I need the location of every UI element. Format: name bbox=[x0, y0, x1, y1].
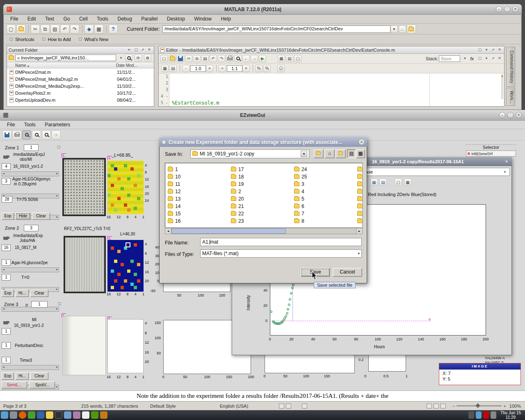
zoom-slider-thumb[interactable] bbox=[476, 403, 480, 408]
scroll-right-icon[interactable]: ► bbox=[356, 228, 362, 234]
folder-icon[interactable] bbox=[357, 212, 363, 216]
folder-item[interactable]: 2 bbox=[231, 188, 292, 195]
results-table-icon[interactable] bbox=[370, 178, 378, 186]
editor-undo-icon[interactable] bbox=[210, 55, 217, 62]
editor-copy-icon[interactable] bbox=[193, 55, 201, 62]
zone3-exp-button[interactable]: Exp bbox=[2, 372, 14, 380]
new-script-icon[interactable] bbox=[7, 25, 16, 34]
folder-item[interactable]: 20 bbox=[231, 195, 292, 203]
maximize-icon[interactable] bbox=[504, 6, 510, 12]
zone2-plate-count[interactable]: 16 bbox=[2, 244, 11, 251]
zone1-time-index[interactable]: 28 bbox=[2, 196, 12, 203]
menu-debug[interactable]: Debug bbox=[114, 15, 135, 23]
zone1-plate-count[interactable]: 4 bbox=[2, 163, 11, 170]
network-tray-icon[interactable] bbox=[476, 411, 482, 419]
zone1-exp-button[interactable]: Exp bbox=[2, 212, 14, 220]
guide-icon[interactable] bbox=[94, 25, 103, 34]
editor-insert-icon[interactable] bbox=[294, 55, 301, 62]
dialog-close-icon[interactable] bbox=[358, 139, 365, 145]
decrease-button[interactable]: - bbox=[182, 65, 189, 72]
create-new-folder-icon[interactable] bbox=[336, 149, 346, 158]
folder-item[interactable]: 15 bbox=[168, 210, 228, 217]
editor-restore-icon[interactable] bbox=[477, 47, 483, 52]
folder-column-partial[interactable] bbox=[357, 166, 363, 225]
overwrite-mode-icon[interactable] bbox=[279, 404, 284, 409]
selection-mode-icon[interactable] bbox=[286, 404, 291, 409]
menu-desktop[interactable]: Desktop bbox=[163, 15, 189, 23]
results-panel-icon[interactable] bbox=[395, 178, 402, 186]
image-panel-titlebar[interactable]: IMAGE bbox=[439, 363, 520, 370]
ezview-menu-file[interactable]: File bbox=[3, 121, 18, 129]
selector-item[interactable]: Infd(Gene/Orf bbox=[471, 152, 493, 156]
lint-indicator-bar[interactable] bbox=[501, 74, 503, 99]
increment-value-input[interactable]: 1.0 bbox=[190, 65, 206, 72]
editor-publish-icon[interactable] bbox=[286, 55, 293, 62]
whats-new-link[interactable]: What's New bbox=[84, 37, 108, 42]
zone2-scrollbar-3[interactable] bbox=[2, 307, 59, 312]
folder-item[interactable]: 12 bbox=[168, 188, 228, 195]
files-of-type-combo[interactable]: MAT-files (*.mat) bbox=[200, 249, 362, 258]
show-desktop-icon[interactable] bbox=[10, 411, 17, 419]
save-in-dropdown-icon[interactable] bbox=[301, 151, 307, 157]
save-in-combo[interactable]: MI 16_0919_yor1-2 copy bbox=[190, 149, 309, 158]
ezview-close-icon[interactable] bbox=[516, 112, 522, 118]
zone2-scrollbar-1[interactable] bbox=[2, 267, 59, 272]
heatmap-zone1[interactable] bbox=[107, 161, 144, 214]
start-menu-icon[interactable] bbox=[1, 411, 8, 419]
dialog-hscrollbar[interactable]: ◄ ► bbox=[165, 228, 363, 234]
browse-folder-button[interactable] bbox=[399, 25, 406, 33]
selector-radio[interactable]: R bbox=[468, 152, 470, 156]
menu-tools[interactable]: Tools bbox=[93, 15, 112, 23]
zone3-media-index[interactable]: 1 bbox=[2, 342, 11, 349]
editor-code-area[interactable]: 1234 -5 - %EstartConsole.m %[file,path] … bbox=[159, 73, 504, 106]
plate-image-zone1[interactable] bbox=[62, 158, 106, 216]
zone1-detach-icon[interactable] bbox=[56, 144, 62, 150]
folder-icon[interactable] bbox=[357, 167, 363, 171]
matlab-taskbar-icon[interactable] bbox=[100, 411, 107, 419]
terminal-icon[interactable] bbox=[55, 411, 62, 419]
folder-icon[interactable] bbox=[357, 175, 363, 179]
results-base-dropdown-icon[interactable] bbox=[502, 169, 508, 175]
editor-layout-dd-icon[interactable] bbox=[484, 56, 489, 61]
zone1-media-index[interactable]: 3 bbox=[2, 178, 11, 185]
editor-undock2-icon[interactable] bbox=[490, 56, 496, 61]
image-viewer-icon[interactable] bbox=[73, 411, 80, 419]
menu-help[interactable]: Help bbox=[217, 15, 235, 23]
column-name[interactable]: Name bbox=[15, 63, 26, 68]
media-player-icon[interactable] bbox=[91, 411, 98, 419]
file-row[interactable]: DMPexcel2mat_MediaDrug2exp...11/10/2... bbox=[7, 82, 154, 89]
ezview-menu-tools[interactable]: Tools bbox=[21, 121, 39, 129]
menu-parallel[interactable]: Parallel bbox=[137, 15, 161, 23]
folder-item[interactable]: 6 bbox=[294, 203, 355, 210]
editor-redo-icon[interactable] bbox=[218, 55, 225, 62]
package-manager-icon[interactable] bbox=[28, 411, 35, 419]
up-one-level-icon[interactable] bbox=[313, 149, 324, 158]
editor-layout-icon[interactable] bbox=[477, 56, 483, 61]
zone2-clear-button[interactable]: Clear bbox=[30, 290, 48, 297]
scroll-left-icon[interactable]: ◄ bbox=[165, 228, 171, 234]
folder-item[interactable]: 21 bbox=[231, 203, 292, 210]
minimize-icon[interactable] bbox=[496, 6, 502, 12]
details-view-icon[interactable] bbox=[356, 149, 365, 158]
page-indicator[interactable]: Page 3 of 3 bbox=[3, 404, 81, 409]
paste-icon[interactable] bbox=[50, 25, 59, 34]
plot-tool-l-icon[interactable]: L bbox=[62, 153, 66, 158]
text-editor-icon[interactable] bbox=[64, 411, 71, 419]
folder-item[interactable]: 25 bbox=[294, 173, 355, 180]
email-client-icon[interactable] bbox=[37, 411, 44, 419]
folder-item[interactable]: 22 bbox=[231, 210, 292, 217]
zone2-time-index[interactable]: 1 bbox=[2, 274, 11, 281]
path-dropdown-icon[interactable] bbox=[390, 25, 398, 33]
fx-button[interactable]: fx bbox=[470, 56, 474, 61]
menu-go[interactable]: Go bbox=[59, 15, 73, 23]
zone1-scrollbar-1[interactable] bbox=[2, 171, 59, 176]
plate-image-zone3[interactable] bbox=[62, 316, 106, 375]
ezview-minimize-icon[interactable] bbox=[499, 112, 505, 118]
edit-plot-icon-selected[interactable] bbox=[22, 130, 31, 139]
folder-item[interactable]: 8 bbox=[294, 217, 355, 225]
plate-image-zone2[interactable] bbox=[64, 236, 106, 293]
menu-text[interactable]: Text bbox=[41, 15, 58, 23]
zone3-plate-count[interactable]: 1 bbox=[2, 328, 11, 335]
folder-item[interactable]: 3 bbox=[294, 180, 355, 188]
dialog-titlebar[interactable]: Create new Experiment folder and data st… bbox=[159, 137, 367, 147]
